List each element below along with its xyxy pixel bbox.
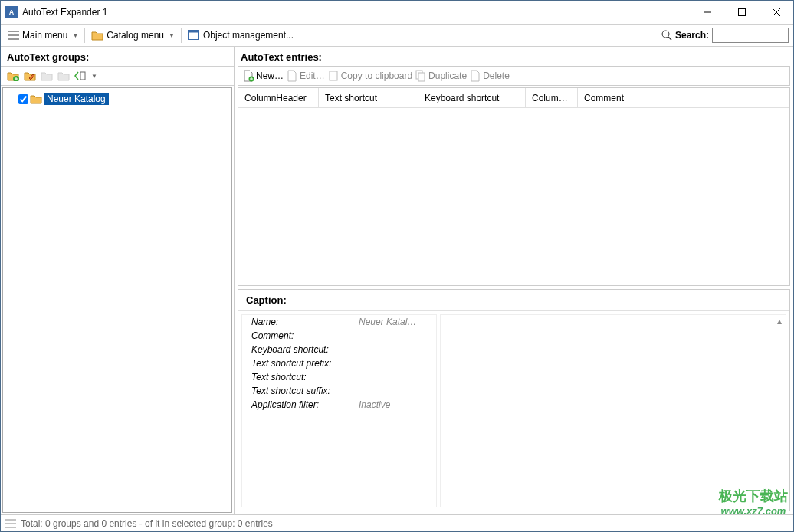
entries-toolbar: New… Edit… Copy to clipboard Duplicate D… — [238, 66, 790, 86]
edit-entry-label: Edit… — [300, 71, 325, 81]
folder-icon — [30, 94, 42, 104]
prop-appfilter-label: Application filter: — [251, 399, 359, 410]
copy-entry-label: Copy to clipboard — [341, 71, 412, 81]
prop-appfilter-value: Inactive — [359, 399, 390, 410]
window-title: AutoText Expander 1 — [22, 7, 690, 18]
window-icon — [188, 30, 200, 41]
duplicate-entry-label: Duplicate — [428, 71, 467, 81]
catalog-menu-label: Catalog menu — [107, 30, 164, 41]
search-label: Search: — [675, 30, 709, 41]
copy-folder-button — [39, 68, 54, 84]
separator — [181, 28, 182, 43]
main-menu-label: Main menu — [22, 30, 67, 41]
svg-point-9 — [662, 31, 669, 38]
duplicate-icon — [415, 70, 426, 82]
folder-icon — [91, 30, 103, 41]
list-icon — [5, 519, 16, 528]
tree-item[interactable]: Neuer Katalog — [5, 93, 230, 105]
import-button[interactable] — [73, 68, 88, 84]
chevron-down-icon: ▼ — [169, 32, 175, 39]
document-edit-icon — [287, 70, 297, 82]
svg-rect-1 — [738, 9, 745, 16]
groups-panel: AutoText groups: ▼ Neuer Katalo — [1, 47, 235, 514]
column-header[interactable]: ColumnHeader — [238, 88, 319, 107]
main-menu-button[interactable]: Main menu ▼ — [5, 28, 81, 42]
svg-line-10 — [668, 37, 671, 40]
column-comment[interactable]: Comment — [578, 88, 789, 107]
groups-tree[interactable]: Neuer Katalog — [2, 87, 232, 513]
app-icon: A — [5, 6, 18, 18]
column-truncated[interactable]: Colum… — [526, 88, 578, 107]
svg-rect-8 — [188, 31, 198, 33]
object-management-label: Object management... — [203, 30, 294, 41]
copy-entry-button: Copy to clipboard — [328, 70, 412, 82]
prop-suffix-label: Text shortcut suffix: — [251, 386, 359, 396]
prop-name-label: Name: — [251, 317, 359, 327]
edit-entry-button: Edit… — [287, 70, 325, 82]
delete-entry-label: Delete — [483, 71, 510, 81]
entries-list[interactable]: ColumnHeader Text shortcut Keyboard shor… — [238, 87, 790, 286]
document-add-icon — [243, 70, 254, 82]
prop-prefix-label: Text shortcut prefix: — [251, 358, 359, 369]
details-preview: ▴ — [440, 314, 786, 507]
details-properties: Name:Neuer Katal… Comment: Keyboard shor… — [241, 314, 437, 507]
clipboard-icon — [328, 70, 339, 82]
groups-heading: AutoText groups: — [1, 47, 234, 66]
prop-name-value: Neuer Katal… — [359, 317, 416, 327]
hamburger-icon — [8, 31, 19, 40]
status-bar: Total: 0 groups and 0 entries - of it in… — [1, 514, 793, 531]
catalog-menu-button[interactable]: Catalog menu ▼ — [88, 28, 178, 42]
edit-folder-button[interactable] — [22, 68, 38, 84]
tree-item-checkbox[interactable] — [18, 94, 28, 104]
prop-shortcut-label: Text shortcut: — [251, 372, 359, 383]
chevron-down-icon[interactable]: ▼ — [91, 73, 97, 80]
delete-folder-button — [56, 68, 71, 84]
list-body[interactable] — [238, 108, 789, 285]
details-panel: Caption: Name:Neuer Katal… Comment: Keyb… — [238, 289, 790, 511]
svg-rect-14 — [80, 72, 85, 80]
object-management-button[interactable]: Object management... — [185, 28, 297, 42]
list-header: ColumnHeader Text shortcut Keyboard shor… — [238, 88, 789, 108]
search-icon — [661, 30, 672, 41]
main-toolbar: Main menu ▼ Catalog menu ▼ Object manage… — [1, 24, 793, 47]
delete-entry-button: Delete — [470, 70, 510, 82]
svg-rect-18 — [330, 71, 337, 80]
duplicate-entry-button: Duplicate — [415, 70, 467, 82]
search-input[interactable] — [712, 28, 789, 43]
title-bar: A AutoText Expander 1 — [1, 1, 793, 24]
delete-icon — [470, 70, 481, 82]
svg-rect-20 — [418, 73, 425, 81]
column-text-shortcut[interactable]: Text shortcut — [319, 88, 418, 107]
prop-comment-label: Comment: — [251, 330, 359, 341]
prop-keyboard-label: Keyboard shortcut: — [251, 344, 359, 355]
chevron-down-icon: ▼ — [72, 32, 78, 39]
separator — [84, 28, 85, 43]
details-heading: Caption: — [238, 290, 789, 310]
maximize-button[interactable] — [724, 1, 759, 24]
entries-panel: AutoText entries: New… Edit… Copy to cli… — [235, 47, 793, 514]
status-text: Total: 0 groups and 0 entries - of it in… — [21, 518, 273, 529]
new-entry-button[interactable]: New… — [243, 70, 284, 82]
tree-item-label: Neuer Katalog — [44, 93, 109, 105]
new-entry-label: New… — [256, 71, 284, 81]
minimize-button[interactable] — [690, 1, 724, 24]
close-button[interactable] — [759, 1, 793, 24]
new-folder-button[interactable] — [5, 68, 21, 84]
groups-toolbar: ▼ — [1, 66, 234, 86]
column-keyboard-shortcut[interactable]: Keyboard shortcut — [418, 88, 526, 107]
scroll-up-icon[interactable]: ▴ — [773, 315, 786, 327]
entries-heading: AutoText entries: — [235, 47, 793, 66]
